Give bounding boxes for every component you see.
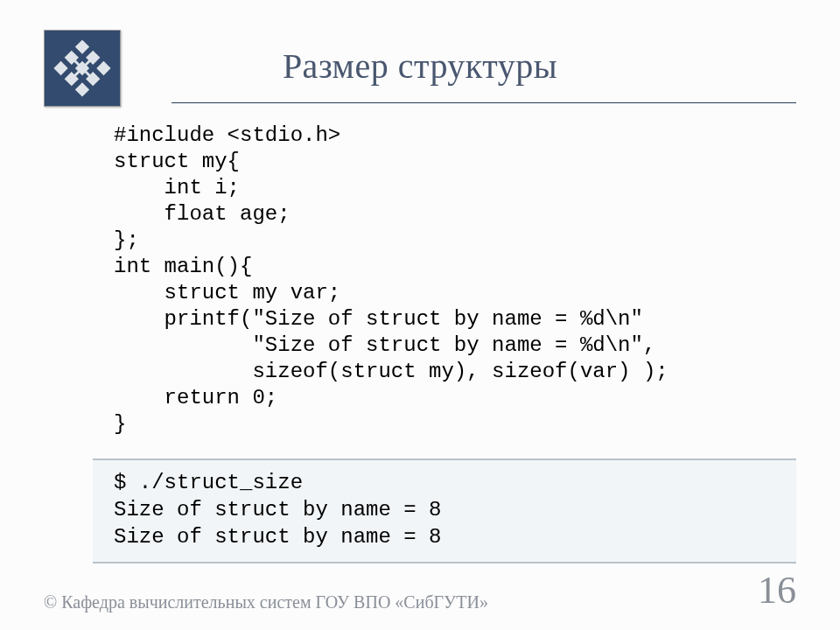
copyright-text: © Кафедра вычислительных систем ГОУ ВПО … (44, 592, 488, 612)
slide-footer: © Кафедра вычислительных систем ГОУ ВПО … (44, 568, 796, 612)
slide-title: Размер структуры (44, 30, 796, 95)
slide: Размер структуры #include <stdio.h> stru… (0, 0, 840, 630)
title-divider (172, 102, 796, 103)
svg-rect-7 (53, 61, 67, 75)
org-logo-icon (44, 30, 121, 107)
output-text: $ ./struct_size Size of struct by name =… (114, 469, 775, 551)
svg-rect-6 (96, 61, 110, 75)
svg-rect-8 (75, 82, 89, 96)
page-number: 16 (758, 568, 796, 612)
slide-header: Размер структуры (0, 0, 840, 103)
svg-rect-5 (75, 39, 89, 53)
output-block: $ ./struct_size Size of struct by name =… (93, 458, 796, 564)
code-block: #include <stdio.h> struct my{ int i; flo… (114, 122, 840, 438)
